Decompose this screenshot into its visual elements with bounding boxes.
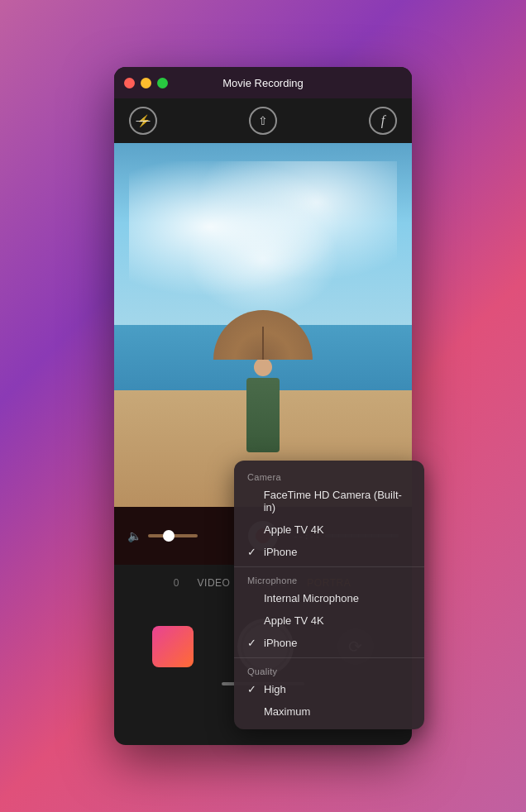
mode-video[interactable]: VIDEO: [196, 574, 232, 592]
camera-appletv-label: Apple TV 4K: [264, 523, 324, 536]
chevron-up-button[interactable]: ⇧: [249, 107, 277, 135]
volume-icon: 🔈: [127, 529, 141, 542]
f-label: f: [381, 113, 385, 128]
maximize-button[interactable]: [157, 78, 168, 88]
quality-high-label: High: [264, 683, 286, 695]
umbrella: [213, 310, 313, 360]
person-body: [246, 378, 280, 452]
check-iphone-camera: ✓: [247, 546, 261, 558]
camera-viewfinder: [114, 143, 412, 507]
camera-iphone-label: iPhone: [264, 546, 297, 558]
minimize-button[interactable]: [141, 78, 151, 88]
quality-maximum-label: Maximum: [264, 705, 310, 718]
mic-item-appletv[interactable]: ✓ Apple TV 4K: [234, 609, 424, 632]
titlebar: Movie Recording: [114, 67, 412, 98]
camera-section-header: Camera: [234, 467, 424, 484]
camera-facetime-label: FaceTime HD Camera (Built-in): [264, 489, 411, 513]
flash-icon: ⚡: [136, 114, 151, 127]
mic-item-internal[interactable]: ✓ Internal Microphone: [234, 587, 424, 609]
chevron-icon: ⇧: [258, 114, 268, 127]
person-figure: [213, 310, 313, 452]
check-high-quality: ✓: [247, 683, 261, 695]
close-button[interactable]: [124, 78, 135, 88]
top-controls: ⚡ ⇧ f: [114, 98, 412, 143]
person-head: [254, 358, 272, 376]
volume-slider[interactable]: [148, 534, 198, 537]
camera-item-facetime[interactable]: ✓ FaceTime HD Camera (Built-in): [234, 484, 424, 518]
quality-section-header: Quality: [234, 662, 424, 678]
f-button[interactable]: f: [369, 107, 397, 135]
quality-item-high[interactable]: ✓ High: [234, 678, 424, 700]
window-title: Movie Recording: [222, 77, 304, 89]
microphone-section-header: Microphone: [234, 571, 424, 587]
app-window: Movie Recording ⚡ ⇧ f 🔈: [114, 67, 412, 745]
mode-number: 0: [174, 577, 179, 589]
divider-2: [234, 657, 424, 658]
mic-item-iphone[interactable]: ✓ iPhone: [234, 632, 424, 654]
camera-item-appletv[interactable]: ✓ Apple TV 4K: [234, 518, 424, 541]
traffic-lights: [124, 78, 168, 88]
volume-section: 🔈: [127, 529, 233, 542]
photo-thumbnail[interactable]: [152, 626, 194, 667]
quality-item-maximum[interactable]: ✓ Maximum: [234, 700, 424, 723]
dropdown-menu: Camera ✓ FaceTime HD Camera (Built-in) ✓…: [234, 461, 424, 729]
mic-iphone-label: iPhone: [264, 637, 297, 649]
mic-appletv-label: Apple TV 4K: [264, 614, 324, 627]
check-iphone-mic: ✓: [247, 637, 261, 649]
flash-button[interactable]: ⚡: [129, 107, 157, 135]
mic-internal-label: Internal Microphone: [264, 592, 359, 604]
camera-item-iphone[interactable]: ✓ iPhone: [234, 541, 424, 563]
volume-thumb: [163, 530, 175, 542]
divider-1: [234, 566, 424, 567]
